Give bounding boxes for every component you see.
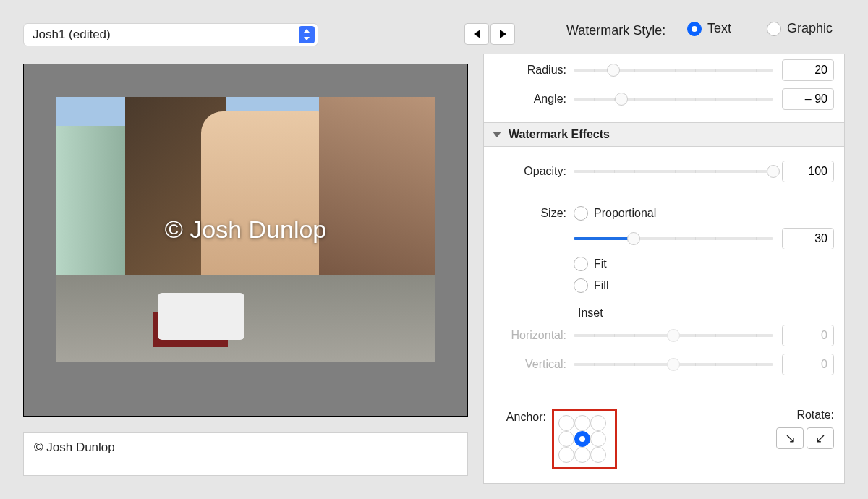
slider-thumb-icon	[607, 64, 620, 77]
radius-slider[interactable]	[574, 69, 773, 72]
anchor-middle-left[interactable]	[558, 431, 574, 447]
radio-icon	[687, 22, 702, 36]
angle-value[interactable]	[782, 88, 834, 110]
opacity-row: Opacity:	[494, 157, 834, 186]
watermark-effects-header[interactable]: Watermark Effects	[484, 122, 844, 147]
inset-vertical-row: Vertical:	[494, 350, 834, 379]
anchor-middle-right[interactable]	[590, 431, 606, 447]
inset-horizontal-label: Horizontal:	[494, 329, 574, 342]
anchor-rotate-row: Anchor: Rotate: ↘ ↘	[484, 396, 844, 469]
option-label: Text	[707, 21, 731, 36]
inset-title: Inset	[484, 307, 844, 320]
settings-panel: Radius: Angle: Watermark Effects Opacity…	[483, 54, 845, 484]
preview-frame: © Josh Dunlop	[23, 64, 468, 417]
size-slider-row	[494, 224, 834, 253]
nav-buttons	[464, 23, 515, 45]
angle-row: Angle:	[494, 85, 834, 114]
option-label: Fill	[594, 279, 608, 292]
rotate-block: Rotate: ↘ ↘	[776, 409, 834, 449]
radius-row: Radius:	[494, 56, 834, 85]
inset-horizontal-row: Horizontal:	[494, 321, 834, 350]
slider-thumb-icon	[615, 93, 628, 106]
slider-thumb-icon	[627, 232, 640, 245]
option-label: Proportional	[594, 207, 656, 220]
size-fit-option[interactable]: Fit	[494, 253, 834, 275]
dropdown-caret-icon	[299, 26, 315, 43]
next-button[interactable]	[490, 23, 515, 45]
slider-thumb-icon	[767, 165, 780, 178]
anchor-bottom-right[interactable]	[590, 447, 606, 463]
radius-label: Radius:	[494, 64, 574, 77]
shadow-section: Radius: Angle:	[484, 54, 844, 122]
anchor-top-center[interactable]	[574, 415, 590, 431]
inset-horizontal-slider	[574, 334, 773, 337]
anchor-top-right[interactable]	[590, 415, 606, 431]
disclosure-triangle-icon	[493, 132, 501, 137]
slider-thumb-icon	[667, 358, 680, 371]
anchor-top-left[interactable]	[558, 415, 574, 431]
anchor-grid[interactable]	[558, 415, 606, 463]
section-title: Watermark Effects	[509, 128, 610, 141]
inset-vertical-slider	[574, 363, 773, 366]
size-fill-option[interactable]: Fill	[494, 275, 834, 297]
effects-section: Opacity:	[484, 147, 844, 192]
rotate-ccw-button[interactable]: ↘	[807, 427, 834, 449]
watermark-text-input[interactable]: © Josh Dunlop	[23, 432, 468, 476]
divider	[494, 195, 834, 195]
angle-slider[interactable]	[574, 98, 773, 101]
preview-image: © Josh Dunlop	[56, 97, 435, 362]
inset-horizontal-value	[782, 325, 834, 346]
anchor-bottom-center[interactable]	[574, 447, 590, 463]
anchor-bottom-left[interactable]	[558, 447, 574, 463]
preset-dropdown[interactable]: Josh1 (edited)	[23, 23, 318, 46]
rotate-cw-icon: ↘	[785, 430, 796, 446]
opacity-slider[interactable]	[574, 170, 773, 173]
watermark-style-label: Watermark Style:	[566, 23, 665, 38]
watermark-style-text-option[interactable]: Text	[687, 21, 731, 36]
radio-icon	[767, 22, 781, 36]
triangle-right-icon	[500, 30, 506, 38]
radio-icon	[574, 278, 588, 293]
preset-name: Josh1 (edited)	[33, 27, 111, 42]
watermark-text-value: © Josh Dunlop	[34, 440, 115, 454]
prev-button[interactable]	[464, 23, 489, 45]
rotate-cw-button[interactable]: ↘	[776, 427, 804, 449]
opacity-label: Opacity:	[494, 165, 574, 178]
angle-label: Angle:	[494, 93, 574, 106]
divider	[494, 388, 834, 388]
anchor-label: Anchor:	[494, 409, 552, 424]
opacity-value[interactable]	[782, 161, 834, 182]
watermark-style-graphic-option[interactable]: Graphic	[767, 21, 833, 36]
size-proportional-option[interactable]: Size: Proportional	[494, 202, 834, 224]
radio-icon	[574, 257, 588, 271]
inset-vertical-label: Vertical:	[494, 358, 574, 371]
inset-vertical-value	[782, 354, 834, 375]
option-label: Graphic	[787, 21, 833, 36]
size-label: Size:	[494, 207, 574, 220]
rotate-label: Rotate:	[776, 409, 834, 422]
radio-icon	[574, 206, 588, 221]
size-block: Size: Proportional Fit Fill	[484, 202, 844, 299]
option-label: Fit	[594, 257, 607, 270]
triangle-left-icon	[474, 30, 480, 38]
slider-thumb-icon	[667, 329, 680, 342]
rotate-ccw-icon: ↘	[815, 430, 826, 446]
anchor-highlight-box	[552, 409, 617, 469]
size-value[interactable]	[782, 228, 834, 250]
size-slider[interactable]	[574, 237, 773, 240]
watermark-overlay: © Josh Dunlop	[165, 216, 327, 244]
anchor-center[interactable]	[574, 431, 590, 447]
radius-value[interactable]	[782, 59, 834, 81]
